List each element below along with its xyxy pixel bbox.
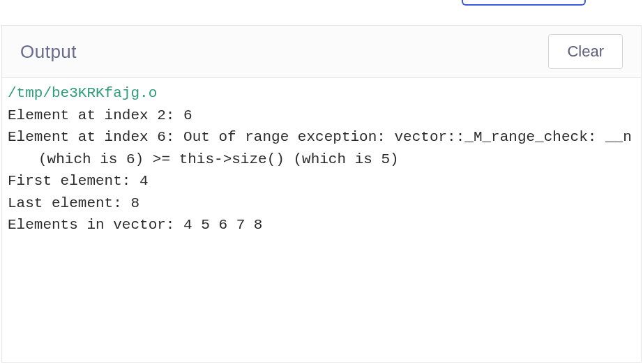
output-line-3: First element: 4 <box>8 173 149 189</box>
output-panel: Output Clear /tmp/be3KRKfajg.o Element a… <box>1 25 642 363</box>
output-body: /tmp/be3KRKfajg.o Element at index 2: 6 … <box>2 78 641 362</box>
output-header: Output Clear <box>2 26 641 78</box>
top-spacer <box>0 0 643 25</box>
output-line-2: Element at index 6: Out of range excepti… <box>8 129 640 145</box>
output-line-4: Last element: 8 <box>8 195 139 211</box>
button-outline-fragment <box>462 0 586 6</box>
clear-button[interactable]: Clear <box>548 34 623 69</box>
output-line-2-continuation: (which is 6) >= this->size() (which is 5… <box>8 149 635 171</box>
output-line-1: Element at index 2: 6 <box>8 107 192 123</box>
output-line-5: Elements in vector: 4 5 6 7 8 <box>8 217 262 233</box>
output-title: Output <box>20 41 77 63</box>
output-path: /tmp/be3KRKfajg.o <box>8 85 157 101</box>
